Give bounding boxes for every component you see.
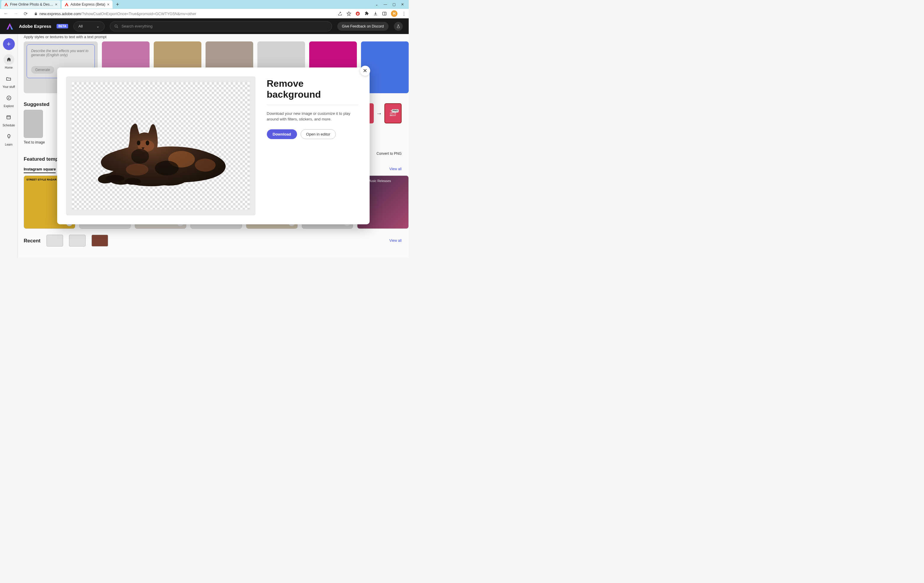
close-modal-button[interactable]: ✕ — [360, 66, 370, 76]
chevron-down-icon[interactable]: ⌄ — [375, 2, 378, 7]
svg-line-4 — [117, 26, 118, 28]
search-box[interactable]: Search everything — [110, 21, 332, 31]
app-name: Adobe Express — [19, 24, 51, 29]
kebab-menu-icon[interactable]: ⋮ — [402, 11, 406, 16]
search-placeholder: Search everything — [121, 24, 152, 28]
address-bar[interactable]: new.express.adobe.com/?showCsatOnExportO… — [32, 12, 335, 16]
sidebar-item-explore[interactable]: Explore — [3, 93, 14, 108]
compass-icon — [6, 95, 12, 100]
sidebar-item-home[interactable]: Home — [3, 54, 14, 69]
sidepanel-icon[interactable] — [382, 11, 387, 16]
sidebar-item-learn[interactable]: Learn — [3, 131, 14, 146]
dropdown-label: All — [79, 24, 82, 28]
sidebar-label: Home — [5, 66, 13, 69]
sidebar-item-yourstuff[interactable]: Your stuff — [3, 73, 15, 89]
cat-image — [93, 118, 229, 189]
svg-point-11 — [126, 164, 148, 176]
address-bar-row: ← → ⟳ new.express.adobe.com/?showCsatOnE… — [0, 9, 409, 18]
download-button[interactable]: Download — [267, 129, 297, 139]
modal-info: Remove background Download your new imag… — [267, 76, 358, 216]
modal-overlay: ✕ — [18, 34, 409, 258]
forward-button[interactable]: → — [12, 11, 20, 16]
window-controls: ⌄ — ▢ ✕ — [375, 2, 408, 7]
calendar-icon — [6, 115, 11, 120]
new-tab-button[interactable]: + — [114, 2, 122, 8]
svg-rect-1 — [383, 12, 386, 15]
ublock-icon[interactable] — [355, 11, 360, 16]
svg-point-15 — [146, 140, 149, 145]
content-area: Apply styles or textures to text with a … — [18, 34, 409, 258]
modal-description: Download your new image or customize it … — [267, 111, 358, 122]
svg-rect-6 — [7, 116, 10, 119]
adobe-favicon — [4, 2, 8, 7]
beta-badge: BETA — [56, 24, 68, 28]
svg-point-3 — [115, 25, 117, 27]
sidebar-label: Explore — [4, 104, 14, 108]
svg-point-16 — [106, 175, 124, 182]
browser-actions: H ⋮ — [338, 10, 406, 17]
sidebar-label: Learn — [5, 143, 13, 146]
folder-icon — [6, 76, 11, 81]
app-header: Adobe Express BETA All ⌄ Search everythi… — [0, 18, 409, 34]
browser-tab[interactable]: Free Online Photo & Design Tool × — [1, 0, 60, 8]
browser-tab-active[interactable]: Adobe Express (Beta) × — [62, 0, 112, 8]
beaker-button[interactable] — [394, 22, 403, 31]
tab-title: Adobe Express (Beta) — [71, 2, 105, 7]
create-button[interactable]: + — [3, 38, 15, 50]
profile-avatar[interactable]: H — [391, 10, 398, 17]
modal-actions: Download Open in editor — [267, 129, 358, 139]
close-icon[interactable]: × — [55, 2, 58, 7]
tab-bar: Free Online Photo & Design Tool × Adobe … — [0, 0, 409, 9]
home-icon — [6, 57, 12, 62]
sidebar-label: Your stuff — [3, 85, 15, 89]
back-button[interactable]: ← — [2, 11, 10, 16]
url-text: new.express.adobe.com/?showCsatOnExportO… — [40, 12, 196, 16]
lightbulb-icon — [6, 134, 12, 139]
svg-point-12 — [155, 161, 178, 176]
search-icon — [114, 24, 119, 28]
reload-button[interactable]: ⟳ — [23, 11, 29, 16]
svg-point-14 — [137, 140, 140, 145]
category-dropdown[interactable]: All ⌄ — [73, 21, 104, 31]
preview-frame — [66, 76, 256, 216]
browser-chrome: Free Online Photo & Design Tool × Adobe … — [0, 0, 409, 18]
main-area: + Home Your stuff Explore Schedule Learn… — [0, 34, 409, 258]
lock-icon — [34, 12, 38, 15]
beaker-icon — [396, 24, 400, 28]
tab-title: Free Online Photo & Design Tool — [10, 2, 53, 7]
chevron-down-icon: ⌄ — [96, 24, 99, 28]
adobe-express-logo[interactable] — [6, 23, 14, 30]
maximize-icon[interactable]: ▢ — [393, 2, 396, 7]
downloads-icon[interactable] — [373, 11, 378, 16]
remove-bg-modal: ✕ — [57, 68, 370, 224]
svg-point-10 — [195, 159, 216, 172]
transparency-checker — [72, 82, 250, 209]
close-window-icon[interactable]: ✕ — [401, 2, 404, 7]
sidebar-label: Schedule — [3, 124, 15, 127]
open-editor-button[interactable]: Open in editor — [300, 129, 336, 139]
feedback-button[interactable]: Give Feedback on Discord — [337, 22, 389, 31]
extensions-icon[interactable] — [364, 11, 369, 16]
divider — [267, 105, 358, 105]
svg-point-0 — [356, 12, 360, 15]
adobe-favicon — [64, 2, 69, 7]
modal-title: Remove background — [267, 78, 358, 100]
minimize-icon[interactable]: — — [383, 2, 387, 7]
share-icon[interactable] — [338, 11, 342, 16]
star-icon[interactable] — [346, 11, 351, 16]
svg-point-17 — [124, 178, 141, 184]
close-icon[interactable]: × — [107, 2, 109, 7]
sidebar: + Home Your stuff Explore Schedule Learn — [0, 34, 18, 258]
svg-point-13 — [131, 149, 149, 164]
sidebar-item-schedule[interactable]: Schedule — [3, 112, 15, 127]
